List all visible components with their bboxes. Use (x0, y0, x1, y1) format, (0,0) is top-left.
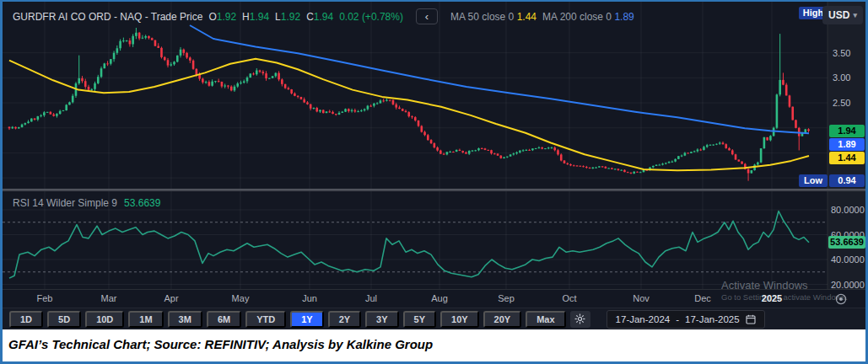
month-label-jul: Jul (365, 293, 377, 303)
range-button-5y[interactable]: 5Y (403, 311, 436, 328)
range-button-5d[interactable]: 5D (47, 311, 81, 328)
currency-label: USD (828, 9, 849, 21)
rsi-label: RSI 14 Wilder Simple 9 (13, 197, 117, 209)
rsi-line (9, 211, 809, 279)
ma50-legend: MA 50 close 0 1.44 (450, 11, 536, 23)
grid-layer (45, 2, 772, 189)
month-label-nov: Nov (633, 293, 650, 303)
ohlc-close: C1.94 (306, 11, 333, 23)
range-button-1m[interactable]: 1M (128, 311, 163, 328)
trading-chart: GURDFR AI CO ORD - NAQ - Trade Price O1.… (3, 2, 865, 329)
price-tag-ma200: 1.89 (829, 138, 865, 151)
range-button-1d[interactable]: 1D (9, 311, 43, 328)
range-button-6m[interactable]: 6M (207, 311, 241, 328)
range-button-20y[interactable]: 20Y (483, 311, 522, 328)
price-tick: 3.50 (833, 48, 850, 58)
range-button-3y[interactable]: 3Y (365, 311, 398, 328)
ma-line-ma-200 (190, 25, 809, 133)
candles-layer (8, 28, 810, 181)
range-button-3m[interactable]: 3M (168, 311, 202, 328)
currency-selector[interactable]: USD ▾ (822, 6, 863, 24)
date-to: 17-Jan-2025 (685, 314, 740, 324)
month-label-apr: Apr (164, 293, 178, 303)
axis-settings-icon[interactable] (834, 292, 848, 306)
chevron-down-icon: ▾ (853, 11, 857, 19)
rsi-tick: 40.0000 (831, 254, 865, 265)
range-button-1y[interactable]: 1Y (290, 311, 323, 328)
date-range-picker[interactable]: 17-Jan-2024 - 17-Jan-2025 (607, 310, 765, 329)
price-tick: 3.00 (833, 72, 850, 83)
price-tag-ma50: 1.44 (829, 152, 865, 164)
toolbar-settings-button[interactable] (570, 311, 590, 328)
range-button-max[interactable]: Max (526, 311, 565, 328)
price-tick: 2.50 (833, 98, 850, 108)
price-tag-low: 0.94 (829, 174, 865, 187)
symbol-title: GURDFR AI CO ORD - NAQ - Trade Price (13, 11, 202, 23)
low-badge: Low (799, 174, 828, 187)
legend-collapse-button[interactable]: ‹ (416, 8, 438, 24)
month-label-feb: Feb (37, 293, 53, 303)
date-from: 17-Jan-2024 (616, 314, 671, 324)
price-tag-last: 1.94 (829, 125, 865, 137)
range-button-2y[interactable]: 2Y (328, 311, 361, 328)
ohlc-high: H1.94 (242, 11, 269, 23)
month-label-jun: Jun (302, 293, 317, 303)
month-label-aug: Aug (431, 293, 448, 303)
range-button-10y[interactable]: 10Y (440, 311, 479, 328)
chart-frame: GURDFR AI CO ORD - NAQ - Trade Price O1.… (0, 0, 868, 364)
price-legend: GURDFR AI CO ORD - NAQ - Trade Price O1.… (13, 8, 634, 24)
month-label-2025: 2025 (762, 293, 782, 303)
range-buttons: 1D5D10D1M3M6MYTD1Y2Y3Y5Y10Y20YMax (9, 311, 566, 328)
chevron-left-icon: ‹ (425, 10, 429, 23)
month-label-oct: Oct (562, 293, 576, 303)
month-label-may: May (232, 293, 250, 303)
rsi-tick: 80.0000 (831, 205, 865, 215)
caption-text: GFAI’s Technical Chart; Source: REFINITI… (3, 329, 865, 351)
ohlc-low: L1.92 (275, 11, 300, 23)
month-label-dec: Dec (694, 293, 711, 303)
rsi-value: 53.6639 (124, 197, 160, 209)
calendar-icon (746, 314, 756, 324)
range-toolbar: 1D5D10D1M3M6MYTD1Y2Y3Y5Y10Y20YMax 17-Jan… (3, 308, 865, 329)
time-axis[interactable]: FebMarAprMayJunJulAugSepOctNovDec2025 (3, 289, 865, 308)
rsi-tick: 20.0000 (831, 280, 865, 290)
month-label-sep: Sep (498, 293, 515, 303)
change-value: 0.02 (+0.78%) (339, 11, 403, 23)
rsi-tag: 53.6639 (828, 236, 865, 249)
price-chart-canvas[interactable] (3, 2, 865, 189)
range-button-10d[interactable]: 10D (85, 311, 124, 328)
rsi-pane[interactable]: RSI 14 Wilder Simple 9 53.6639 80.000060… (3, 191, 865, 289)
month-label-mar: Mar (101, 293, 117, 303)
rsi-legend: RSI 14 Wilder Simple 9 53.6639 (13, 197, 160, 209)
ma200-legend: MA 200 close 0 1.89 (542, 11, 634, 23)
range-button-ytd[interactable]: YTD (245, 311, 286, 328)
gear-icon (574, 313, 585, 324)
date-separator: - (676, 314, 679, 324)
price-pane[interactable]: GURDFR AI CO ORD - NAQ - Trade Price O1.… (3, 2, 865, 189)
ohlc-open: O1.92 (208, 11, 236, 23)
